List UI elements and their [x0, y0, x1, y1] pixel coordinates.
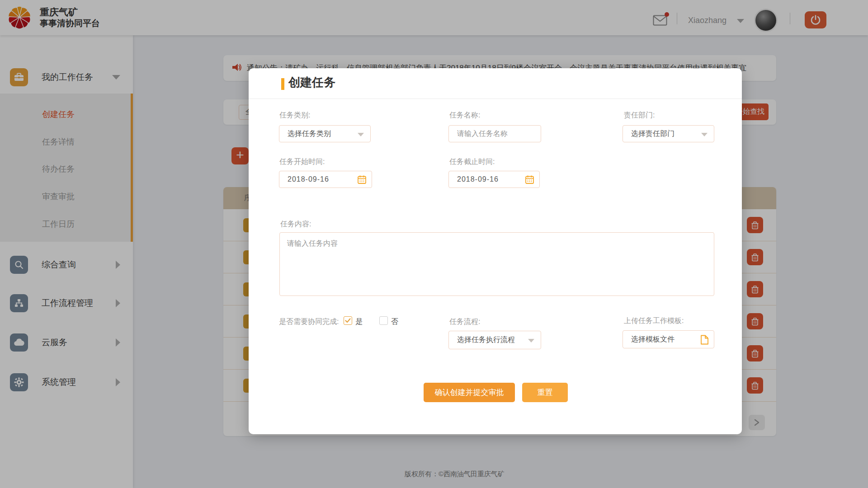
task-content-label: 任务内容:	[280, 220, 311, 229]
task-name-label: 任务名称:	[449, 111, 480, 120]
calendar-icon	[525, 175, 534, 186]
task-content-textarea[interactable]	[279, 232, 714, 296]
template-value: 选择模板文件	[631, 335, 675, 344]
end-date-value: 2018-09-16	[457, 175, 499, 183]
dept-value: 选择责任部门	[631, 129, 675, 139]
check-icon	[345, 318, 351, 323]
chevron-down-icon	[528, 339, 534, 343]
create-task-modal: 创建任务 任务类别: 选择任务类别 任务名称: 责任部门: 选择责任部门 任务开…	[249, 68, 742, 434]
chevron-down-icon	[701, 133, 708, 136]
start-date-label: 任务开始时间:	[279, 157, 325, 167]
collab-no-label: 否	[391, 317, 398, 327]
flow-select[interactable]: 选择任务执行流程	[448, 331, 541, 349]
flow-label: 任务流程:	[449, 317, 480, 327]
collab-yes-checkbox[interactable]	[344, 316, 352, 325]
start-date-picker[interactable]: 2018-09-16	[279, 171, 372, 188]
task-name-input[interactable]	[448, 125, 541, 142]
calendar-icon	[357, 175, 367, 186]
app-window: 重庆气矿 事事清协同平台 Xiaozhang	[0, 0, 868, 488]
modal-divider	[249, 99, 742, 99]
task-category-select[interactable]: 选择任务类别	[279, 125, 371, 142]
confirm-submit-button[interactable]: 确认创建并提交审批	[424, 383, 515, 402]
title-accent-bar	[281, 78, 284, 90]
flow-value: 选择任务执行流程	[457, 335, 515, 345]
chevron-down-icon	[358, 133, 364, 136]
modal-title: 创建任务	[288, 75, 335, 90]
end-date-picker[interactable]: 2018-09-16	[448, 171, 540, 188]
collab-yes-label: 是	[355, 317, 363, 327]
end-date-label: 任务截止时间:	[449, 157, 495, 167]
task-category-value: 选择任务类别	[288, 129, 331, 139]
collab-label: 是否需要协同完成:	[279, 317, 339, 327]
dept-select[interactable]: 选择责任部门	[623, 125, 714, 142]
collab-no-checkbox[interactable]	[379, 316, 388, 325]
dept-label: 责任部门:	[624, 111, 655, 120]
file-icon	[700, 335, 709, 347]
template-file-picker[interactable]: 选择模板文件	[623, 330, 714, 348]
start-date-value: 2018-09-16	[288, 175, 329, 183]
template-label: 上传任务工作模板:	[624, 316, 684, 326]
reset-button[interactable]: 重置	[522, 383, 568, 402]
task-category-label: 任务类别:	[279, 111, 310, 120]
